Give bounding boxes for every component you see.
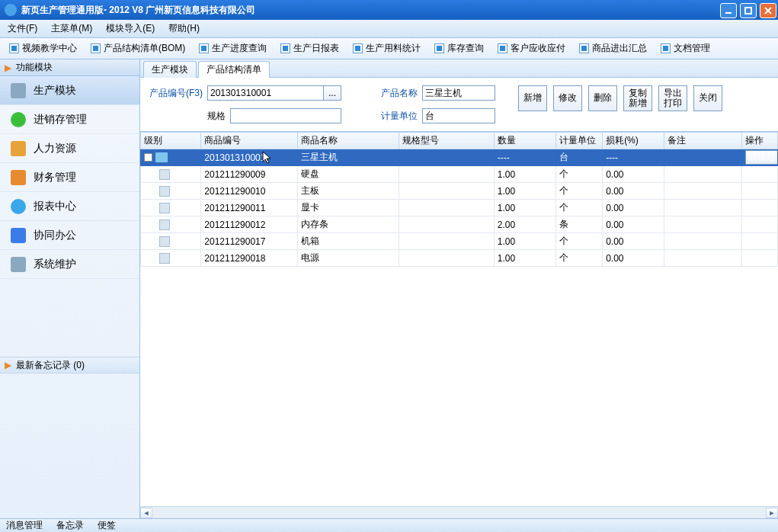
table-row[interactable]: 201211290012内存条2.00条0.00 [141, 216, 778, 233]
menu-item[interactable]: 文件(F) [8, 22, 37, 35]
toolbar-item[interactable]: 生产日报表 [280, 42, 339, 55]
horizontal-scrollbar[interactable]: ◄ ► [140, 506, 778, 518]
close-button[interactable] [760, 3, 776, 18]
menu-item[interactable]: 主菜单(M) [51, 22, 92, 35]
product-code-combo[interactable]: ▾ [207, 85, 319, 101]
product-name-input[interactable] [422, 85, 495, 101]
sidebar-item[interactable]: 协同办公 [0, 221, 139, 250]
bom-table-wrap: 级别商品编号商品名称规格型号数量计量单位损耗(%)备注操作 −201301310… [140, 131, 778, 506]
tab[interactable]: 生产模块 [143, 61, 197, 78]
column-header[interactable]: 计量单位 [556, 133, 603, 149]
toolbar-label: 产品结构清单(BOM) [104, 42, 185, 55]
cell: 0.00 [603, 250, 664, 267]
module-icon [11, 83, 26, 98]
op-cell [742, 216, 778, 233]
cell: 2.00 [494, 216, 555, 233]
toolbar-item[interactable]: 产品结构清单(BOM) [91, 42, 185, 55]
sidebar-header-label: 功能模块 [16, 61, 53, 74]
toolbar-item[interactable]: 文档管理 [661, 42, 710, 55]
toolbar-item[interactable]: 客户应收应付 [498, 42, 565, 55]
cell [399, 149, 494, 166]
sidebar-header[interactable]: ▶ 功能模块 [0, 59, 139, 76]
table-row[interactable]: −201301310001三星主机----台----编辑结 [141, 149, 778, 166]
column-header[interactable]: 商品名称 [298, 133, 399, 149]
column-header[interactable]: 备注 [664, 133, 742, 149]
minimize-button[interactable] [720, 3, 737, 18]
menubar: 文件(F)主菜单(M)模块导入(E)帮助(H) [0, 20, 778, 38]
cell: 201211290011 [201, 200, 298, 216]
status-item[interactable]: 便签 [98, 519, 116, 532]
column-header[interactable]: 商品编号 [201, 133, 298, 149]
checkbox-icon [9, 43, 19, 53]
cell [399, 250, 494, 267]
status-item[interactable]: 消息管理 [6, 519, 43, 532]
op-cell [742, 166, 778, 183]
toolbar-item[interactable]: 视频教学中心 [9, 42, 77, 55]
cell [399, 233, 494, 250]
toolbar-item[interactable]: 库存查询 [434, 42, 484, 55]
table-row[interactable]: 201211290011显卡1.00个0.00 [141, 200, 778, 216]
op-cell: 编辑结 [742, 149, 778, 166]
window-titlebar: 新页生产管理通用版- 2012 V8 广州新页信息科技有限公司 [0, 0, 778, 20]
action-button[interactable]: 新增 [518, 85, 547, 111]
table-row[interactable]: 201211290009硬盘1.00个0.00 [141, 166, 778, 183]
sidebar-item[interactable]: 财务管理 [0, 163, 139, 192]
scroll-left-icon[interactable]: ◄ [140, 508, 152, 518]
sidebar-item[interactable]: 报表中心 [0, 192, 139, 221]
column-header[interactable]: 级别 [141, 133, 201, 149]
toolbar-label: 生产用料统计 [366, 42, 421, 55]
status-item[interactable]: 备忘录 [56, 519, 84, 532]
sidebar: ▶ 功能模块 生产模块进销存管理人力资源财务管理报表中心协同办公系统维护 ▶ 最… [0, 59, 140, 518]
column-header[interactable]: 数量 [494, 133, 555, 149]
column-header[interactable]: 损耗(%) [603, 133, 664, 149]
cell: 201211290018 [201, 250, 298, 267]
cell: 1.00 [494, 166, 555, 183]
action-button[interactable]: 复制 新增 [623, 85, 652, 111]
edit-button[interactable]: 编辑结 [745, 150, 777, 165]
sidebar-item[interactable]: 生产模块 [0, 76, 139, 105]
cell: 内存条 [298, 216, 399, 233]
product-code-input[interactable] [207, 85, 327, 101]
sidebar-item[interactable]: 进销存管理 [0, 105, 139, 134]
column-header[interactable]: 操作 [742, 133, 778, 149]
window-title: 新页生产管理通用版- 2012 V8 广州新页信息科技有限公司 [21, 4, 255, 17]
cell [399, 216, 494, 233]
collapse-icon[interactable]: − [144, 153, 152, 162]
statusbar: 消息管理备忘录便签 [0, 518, 778, 532]
lookup-button[interactable]: ... [323, 85, 341, 101]
cell [399, 200, 494, 216]
sidebar-item[interactable]: 人力资源 [0, 134, 139, 163]
table-row[interactable]: 201211290018电源1.00个0.00 [141, 250, 778, 267]
table-row[interactable]: 201211290017机箱1.00个0.00 [141, 233, 778, 250]
spec-input[interactable] [230, 108, 341, 123]
toolbar-item[interactable]: 商品进出汇总 [579, 42, 647, 55]
op-cell [742, 200, 778, 216]
toolbar-item[interactable]: 生产用料统计 [353, 42, 421, 55]
cell: 机箱 [298, 233, 399, 250]
cell: 个 [556, 250, 603, 267]
toolbar-label: 生产进度查询 [212, 42, 267, 55]
menu-item[interactable]: 帮助(H) [168, 22, 200, 35]
arrow-icon: ▶ [5, 62, 11, 73]
cell: 个 [556, 200, 603, 216]
toolbar-label: 客户应收应付 [511, 42, 565, 55]
cell: 1.00 [494, 200, 555, 216]
action-button[interactable]: 关闭 [693, 85, 722, 111]
sidebar-memo-header[interactable]: ▶ 最新备忘记录 (0) [0, 357, 139, 373]
action-button[interactable]: 导出 打印 [658, 85, 687, 111]
unit-input[interactable] [422, 108, 495, 123]
node-icon [159, 186, 170, 197]
action-button[interactable]: 修改 [553, 85, 582, 111]
scroll-right-icon[interactable]: ► [766, 508, 778, 518]
cell [664, 233, 742, 250]
tab[interactable]: 产品结构清单 [198, 61, 270, 78]
column-header[interactable]: 规格型号 [399, 133, 494, 149]
toolbar-item[interactable]: 生产进度查询 [199, 42, 267, 55]
sidebar-item-label: 人力资源 [34, 142, 76, 155]
menu-item[interactable]: 模块导入(E) [106, 22, 155, 35]
maximize-button[interactable] [740, 3, 757, 18]
action-button[interactable]: 删除 [588, 85, 617, 111]
sidebar-memo-label: 最新备忘记录 (0) [16, 359, 85, 372]
sidebar-item[interactable]: 系统维护 [0, 250, 139, 279]
table-row[interactable]: 201211290010主板1.00个0.00 [141, 183, 778, 200]
